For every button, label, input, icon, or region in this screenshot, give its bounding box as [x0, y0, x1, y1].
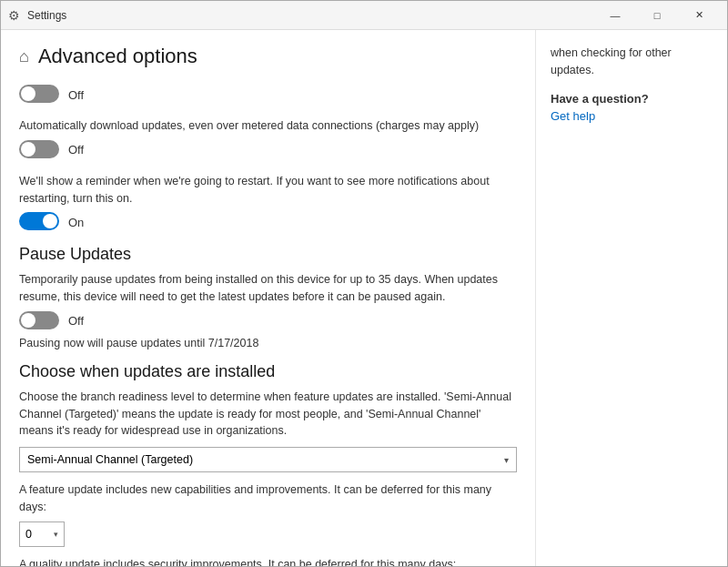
pause-updates-section: Pause Updates Temporarily pause updates … — [19, 245, 517, 349]
toggle2-section: Automatically download updates, even ove… — [19, 117, 517, 160]
channel-dropdown-value: Semi-Annual Channel (Targeted) — [27, 453, 193, 466]
right-panel-question: Have a question? — [551, 92, 713, 106]
settings-icon: ⚙ — [8, 8, 20, 23]
pause-toggle[interactable] — [19, 311, 59, 331]
toggle3[interactable] — [19, 212, 59, 232]
choose-updates-title: Choose when updates are installed — [19, 362, 517, 381]
minimize-button[interactable]: — — [594, 1, 636, 30]
quality-update-desc: A quality update includes security impro… — [19, 556, 517, 567]
choose-updates-description: Choose the branch readiness level to det… — [19, 389, 517, 440]
feature-update-desc: A feature update includes new capabiliti… — [19, 481, 517, 516]
toggle3-section: We'll show a reminder when we're going t… — [19, 173, 517, 233]
toggle2-description: Automatically download updates, even ove… — [19, 117, 517, 135]
feature-days-arrow: ▾ — [54, 530, 58, 539]
toggle2[interactable] — [19, 140, 59, 160]
feature-days-input[interactable]: 0 ▾ — [19, 521, 65, 547]
toggle1-row: Off — [19, 85, 517, 105]
pause-updates-title: Pause Updates — [19, 245, 517, 264]
toggle3-label: On — [68, 216, 84, 229]
feature-days-value: 0 — [25, 528, 32, 541]
toggle2-row: Off — [19, 140, 517, 160]
toggle3-track[interactable] — [19, 212, 59, 230]
toggle2-label: Off — [68, 143, 84, 157]
toggle2-thumb — [21, 142, 35, 157]
pause-toggle-row: Off — [19, 311, 517, 331]
dropdown-arrow-icon: ▾ — [504, 455, 509, 465]
title-bar-controls: — □ ✕ — [594, 1, 720, 30]
toggle1-section: Off — [19, 85, 517, 105]
title-bar-left: ⚙ Settings — [8, 8, 66, 23]
left-panel: ⌂ Advanced options Off Automatically dow… — [1, 30, 536, 566]
toggle1[interactable] — [19, 85, 59, 105]
right-panel-context: when checking for other updates. — [551, 45, 713, 79]
toggle3-thumb — [43, 214, 57, 228]
window-title: Settings — [27, 9, 66, 22]
pause-note: Pausing now will pause updates until 7/1… — [19, 337, 517, 349]
toggle3-row: On — [19, 212, 517, 232]
close-button[interactable]: ✕ — [678, 1, 720, 30]
toggle2-track[interactable] — [19, 140, 59, 158]
page-header: ⌂ Advanced options — [19, 45, 517, 68]
toggle3-description: We'll show a reminder when we're going t… — [19, 173, 517, 208]
get-help-link[interactable]: Get help — [551, 109, 595, 123]
title-bar: ⚙ Settings — □ ✕ — [1, 1, 727, 30]
toggle1-label: Off — [68, 88, 84, 102]
maximize-button[interactable]: □ — [636, 1, 678, 30]
toggle1-thumb — [21, 86, 35, 101]
channel-dropdown[interactable]: Semi-Annual Channel (Targeted) ▾ — [19, 447, 517, 472]
pause-toggle-track[interactable] — [19, 311, 59, 329]
pause-toggle-thumb — [21, 313, 35, 328]
home-icon[interactable]: ⌂ — [19, 47, 29, 66]
right-panel: when checking for other updates. Have a … — [536, 30, 727, 566]
choose-updates-section: Choose when updates are installed Choose… — [19, 362, 517, 566]
pause-updates-description: Temporarily pause updates from being ins… — [19, 271, 517, 306]
content-area: ⌂ Advanced options Off Automatically dow… — [1, 30, 727, 566]
pause-toggle-label: Off — [68, 314, 84, 328]
page-title: Advanced options — [38, 45, 197, 68]
feature-days-wrapper: 0 ▾ — [19, 521, 517, 547]
channel-dropdown-wrapper: Semi-Annual Channel (Targeted) ▾ — [19, 447, 517, 472]
toggle1-track[interactable] — [19, 85, 59, 103]
settings-window: ⚙ Settings — □ ✕ ⌂ Advanced options — [0, 0, 728, 567]
